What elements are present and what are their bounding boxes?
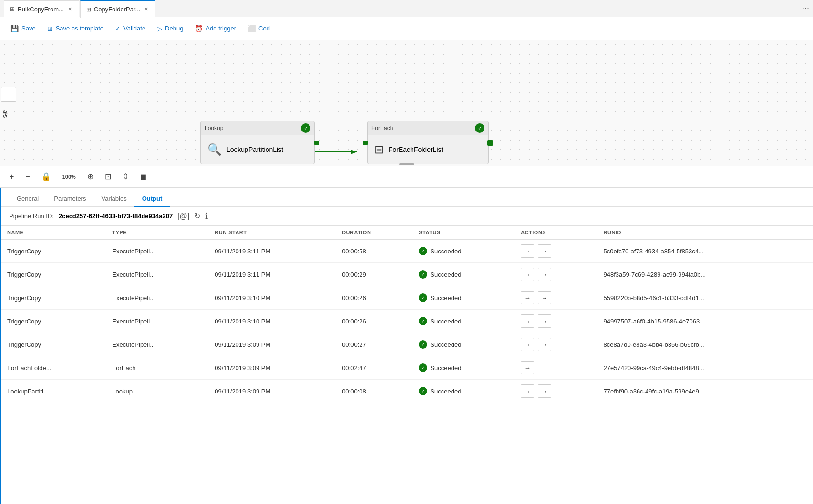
cell-status-3: ✓ Succeeded [413, 310, 515, 333]
toolbar: 💾 Save ⊞ Save as template ✓ Validate ▷ D… [0, 17, 813, 40]
cell-actions-5: → [515, 356, 597, 380]
save-template-icon: ⊞ [47, 25, 53, 32]
lock-btn[interactable]: 🔒 [40, 170, 53, 183]
cell-actions-3: → → [515, 310, 597, 333]
add-activity-btn[interactable]: + [8, 171, 16, 183]
view-btn[interactable]: ◼ [138, 170, 148, 183]
tab-bar: ⊞ BulkCopyFrom... ✕ ⊞ CopyFolderPar... ✕… [0, 0, 813, 17]
action-btn-1-5[interactable]: → [521, 361, 534, 374]
refresh-btn[interactable]: ↻ [194, 212, 200, 221]
status-icon-5: ✓ [419, 363, 427, 372]
select-btn[interactable]: ⊡ [103, 170, 113, 183]
cell-type-1: ExecutePipeli... [106, 263, 209, 286]
col-name: NAME [1, 226, 106, 240]
cell-status-0: ✓ Succeeded [413, 240, 515, 263]
table-row: TriggerCopy ExecutePipeli... 09/11/2019 … [1, 263, 813, 286]
remove-activity-btn[interactable]: − [23, 171, 31, 183]
action-btn-1-6[interactable]: → [521, 384, 534, 398]
validate-button[interactable]: ✓ Validate [110, 22, 150, 35]
action-btn-2-4[interactable]: → [538, 338, 551, 351]
status-icon-1: ✓ [419, 270, 427, 279]
foreach-node-name: ForEachFolderList [389, 146, 443, 153]
run-info-bar: Pipeline Run ID: 2cecd257-62ff-4633-bf73… [1, 207, 813, 226]
action-btn-2-0[interactable]: → [538, 244, 551, 258]
cell-type-4: ExecutePipeli... [106, 333, 209, 356]
foreach-success-icon: ✓ [475, 123, 484, 133]
cell-runid-5: 27e57420-99ca-49c4-9ebb-df4848... [598, 356, 813, 380]
tab-output[interactable]: Output [134, 191, 170, 207]
table-row: TriggerCopy ExecutePipeli... 09/11/2019 … [1, 286, 813, 310]
action-btn-1-2[interactable]: → [521, 291, 534, 304]
foreach-connector-right [487, 140, 493, 146]
cell-status-5: ✓ Succeeded [413, 356, 515, 380]
table-row: TriggerCopy ExecutePipeli... 09/11/2019 … [1, 333, 813, 356]
action-btn-2-3[interactable]: → [538, 314, 551, 328]
zoom-100-btn[interactable]: 100% [61, 172, 78, 181]
panel-tabs: General Parameters Variables Output [1, 188, 813, 207]
main-area: ‹ als Lookup ✓ 🔍 LookupPartitionList [0, 40, 813, 504]
info-btn[interactable]: ℹ [205, 212, 208, 221]
action-btn-2-2[interactable]: → [538, 291, 551, 304]
bottom-panel: General Parameters Variables Output Pipe… [0, 188, 813, 504]
run-id-value: 2cecd257-62ff-4633-bf73-f84de934a207 [59, 212, 173, 220]
action-btn-1-3[interactable]: → [521, 314, 534, 328]
col-duration: DURATION [336, 226, 413, 240]
cell-name-2: TriggerCopy [1, 286, 106, 310]
tab-label-copyfolder: CopyFolderPar... [94, 6, 141, 13]
save-button[interactable]: 💾 Save [6, 22, 41, 35]
expand-btn[interactable]: ⇕ [121, 170, 131, 183]
cell-name-1: TriggerCopy [1, 263, 106, 286]
save-label: Save [21, 25, 36, 32]
save-template-label: Save as template [56, 25, 103, 32]
debug-label: Debug [165, 25, 183, 32]
tab-bulkcopy[interactable]: ⊞ BulkCopyFrom... ✕ [4, 0, 79, 18]
output-table-scroll[interactable]: NAME TYPE RUN START DURATION STATUS ACTI… [1, 226, 813, 504]
cell-duration-6: 00:00:08 [336, 380, 413, 403]
tab-copyfolder[interactable]: ⊞ CopyFolderPar... ✕ [80, 0, 156, 18]
tab-close-bulkcopy[interactable]: ✕ [67, 5, 73, 13]
save-template-button[interactable]: ⊞ Save as template [42, 22, 108, 35]
copy-run-id-btn[interactable]: [@] [177, 212, 189, 221]
status-text-0: Succeeded [430, 248, 461, 255]
cell-actions-0: → → [515, 240, 597, 263]
status-icon-4: ✓ [419, 340, 427, 349]
tab-variables[interactable]: Variables [93, 191, 134, 207]
cell-duration-1: 00:00:29 [336, 263, 413, 286]
status-text-3: Succeeded [430, 318, 461, 325]
table-row: LookupPartiti... Lookup 09/11/2019 3:09 … [1, 380, 813, 403]
col-run-start: RUN START [209, 226, 336, 240]
action-btn-1-1[interactable]: → [521, 268, 534, 281]
action-btn-1-0[interactable]: → [521, 244, 534, 258]
code-button[interactable]: ⬜ Cod... [243, 22, 280, 35]
lookup-node[interactable]: Lookup ✓ 🔍 LookupPartitionList [200, 121, 315, 164]
cell-runid-2: 5598220b-b8d5-46c1-b333-cdf4d1... [598, 286, 813, 310]
debug-icon: ▷ [157, 25, 162, 32]
action-btn-2-6[interactable]: → [538, 384, 551, 398]
tab-close-copyfolder[interactable]: ✕ [143, 5, 149, 13]
fit-btn[interactable]: ⊕ [85, 170, 95, 183]
col-status: STATUS [413, 226, 515, 240]
lookup-connector-right [314, 141, 319, 145]
pipeline-canvas-area[interactable]: ‹ als Lookup ✓ 🔍 LookupPartitionList [0, 40, 813, 188]
add-trigger-button[interactable]: ⏰ Add trigger [190, 22, 241, 35]
table-body: TriggerCopy ExecutePipeli... 09/11/2019 … [1, 240, 813, 403]
cell-runid-0: 5c0efc70-af73-4934-a854-5f853c4... [598, 240, 813, 263]
drag-handle[interactable] [399, 163, 414, 165]
action-btn-1-4[interactable]: → [521, 338, 534, 351]
cell-status-4: ✓ Succeeded [413, 333, 515, 356]
foreach-node[interactable]: ForEach ✓ ⊟ ForEachFolderList [367, 121, 489, 164]
cell-duration-3: 00:00:26 [336, 310, 413, 333]
lookup-node-type: Lookup [205, 125, 223, 131]
tab-more-btn[interactable]: ··· [798, 3, 813, 13]
small-box-widget[interactable] [1, 87, 16, 102]
tab-general[interactable]: General [9, 191, 46, 207]
cell-status-6: ✓ Succeeded [413, 380, 515, 403]
validate-label: Validate [123, 25, 145, 32]
action-btn-2-1[interactable]: → [538, 268, 551, 281]
add-trigger-icon: ⏰ [195, 25, 203, 32]
debug-button[interactable]: ▷ Debug [152, 22, 188, 35]
tab-parameters[interactable]: Parameters [46, 191, 93, 207]
cell-actions-4: → → [515, 333, 597, 356]
lookup-success-icon: ✓ [301, 123, 310, 133]
lookup-body-icon: 🔍 [207, 143, 222, 156]
